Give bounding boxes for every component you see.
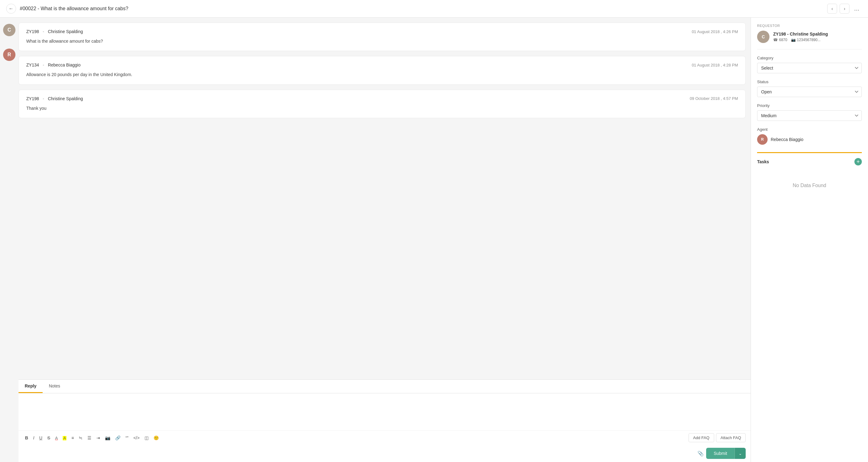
message-author: ZY198 - Christine Spalding (26, 96, 83, 101)
app-container: ← #00022 - What is the allowance amount … (0, 0, 868, 462)
mobile-number: 1234567890... (797, 38, 821, 42)
message-time: 01 August 2018 , 4:28 PM (692, 63, 738, 67)
divider (757, 49, 862, 50)
add-task-button[interactable]: + (855, 158, 862, 166)
highlight-button[interactable]: A (61, 434, 68, 441)
priority-section: Priority Medium (757, 103, 862, 121)
author-id: ZY134 (26, 62, 39, 67)
reply-footer: 📎 Submit ⌄ (19, 445, 751, 462)
message-card: ZY134 - Rebecca Biaggio 01 August 2018 ,… (19, 56, 746, 84)
agent-avatar: R (757, 134, 768, 145)
tasks-section: Tasks + No Data Found (757, 152, 862, 201)
priority-select[interactable]: Medium (757, 110, 862, 121)
submit-button[interactable]: Submit (706, 448, 735, 459)
author-sep: - (43, 29, 44, 34)
tab-notes[interactable]: Notes (43, 380, 66, 393)
message-header: ZY198 - Christine Spalding 09 October 20… (26, 96, 738, 101)
header-nav: ‹ › … (827, 4, 862, 13)
author-id: ZY198 (26, 29, 39, 34)
no-data-message: No Data Found (757, 170, 862, 201)
author-sep: - (43, 62, 44, 67)
status-label: Status (757, 80, 862, 84)
requestor-label: Requestor (757, 24, 862, 28)
requestor-section: Requestor C ZY198 - Christine Spalding ☎… (757, 24, 862, 43)
requestor-contacts: ☎ 6870 📷 1234567890... (773, 38, 828, 42)
strikethrough-button[interactable]: S (46, 434, 52, 441)
avatar-cs-1: C (3, 24, 16, 36)
agent-info: R Rebecca Biaggio (757, 134, 862, 145)
message-body: What is the allowance amount for cabs? (26, 38, 738, 45)
chat-area: ZY198 - Christine Spalding 01 August 201… (19, 18, 751, 462)
message-body: Allowance is 20 pounds per day in the Un… (26, 71, 738, 78)
indent-button[interactable]: ⇥ (95, 434, 102, 441)
category-label: Category (757, 56, 862, 60)
align-button[interactable]: ≡ (70, 434, 75, 441)
submit-group: Submit ⌄ (706, 448, 746, 459)
status-select[interactable]: Open (757, 87, 862, 97)
more-options-button[interactable]: … (852, 4, 862, 13)
message-header: ZY198 - Christine Spalding 01 August 201… (26, 29, 738, 34)
tasks-title: Tasks (757, 159, 769, 164)
tasks-header: Tasks + (757, 158, 862, 166)
phone-item: ☎ 6870 (773, 38, 787, 42)
next-button[interactable]: › (840, 4, 849, 13)
status-section: Status Open (757, 80, 862, 97)
message-card: ZY198 - Christine Spalding 01 August 201… (19, 23, 746, 51)
author-sep: - (43, 96, 44, 101)
avatar-sidebar: C R (0, 18, 19, 462)
author-name: Rebecca Biaggio (48, 62, 81, 67)
agent-label: Agent (757, 127, 862, 132)
agent-name: Rebecca Biaggio (771, 137, 803, 142)
message-body: Thank you (26, 105, 738, 112)
phone-number: 6870 (779, 38, 787, 42)
right-sidebar: Requestor C ZY198 - Christine Spalding ☎… (751, 18, 868, 462)
italic-button[interactable]: I (32, 434, 36, 441)
agent-section: Agent R Rebecca Biaggio (757, 127, 862, 145)
table-button[interactable]: ◫ (143, 434, 150, 441)
back-button[interactable]: ← (6, 4, 16, 13)
phone-icon: ☎ (773, 38, 778, 42)
header: ← #00022 - What is the allowance amount … (0, 0, 868, 18)
mobile-item: 📷 1234567890... (791, 38, 821, 42)
reply-tabs: Reply Notes (19, 380, 751, 393)
code-button[interactable]: </> (132, 434, 141, 441)
message-card: ZY198 - Christine Spalding 09 October 20… (19, 90, 746, 118)
main-content: C R ZY198 - Christine Spalding 01 August… (0, 18, 868, 462)
ordered-list-button[interactable]: ☰ (86, 434, 93, 441)
submit-dropdown-button[interactable]: ⌄ (735, 448, 746, 459)
text-color-button[interactable]: A (54, 434, 59, 441)
message-time: 09 October 2018 , 4:57 PM (690, 96, 738, 101)
message-header: ZY134 - Rebecca Biaggio 01 August 2018 ,… (26, 62, 738, 67)
category-section: Category Select (757, 56, 862, 73)
author-id: ZY198 (26, 96, 39, 101)
prev-button[interactable]: ‹ (827, 4, 837, 13)
quote-button[interactable]: “” (124, 434, 130, 441)
image-button[interactable]: 📷 (103, 434, 112, 441)
reply-section: Reply Notes B I U S A A ≡ ≒ ☰ ⇥ � (19, 379, 751, 462)
tab-reply[interactable]: Reply (19, 380, 43, 393)
author-name: Christine Spalding (48, 96, 83, 101)
list-button[interactable]: ≒ (77, 434, 84, 441)
requestor-avatar: C (757, 31, 770, 43)
messages-container: ZY198 - Christine Spalding 01 August 201… (19, 18, 751, 379)
message-time: 01 August 2018 , 4:26 PM (692, 29, 738, 34)
link-button[interactable]: 🔗 (114, 434, 122, 441)
attach-icon: 📎 (698, 451, 704, 456)
header-title: #00022 - What is the allowance amount fo… (20, 6, 128, 11)
reply-textarea[interactable] (24, 397, 746, 425)
requestor-info: C ZY198 - Christine Spalding ☎ 6870 📷 12… (757, 31, 862, 43)
emoji-button[interactable]: 🙂 (152, 434, 160, 441)
author-name: Christine Spalding (48, 29, 83, 34)
priority-label: Priority (757, 103, 862, 108)
reply-toolbar: B I U S A A ≡ ≒ ☰ ⇥ 📷 🔗 “” </> ◫ 🙂 (19, 430, 751, 445)
reply-editor (19, 393, 751, 430)
underline-button[interactable]: U (38, 434, 44, 441)
mobile-icon: 📷 (791, 38, 796, 42)
bold-button[interactable]: B (24, 434, 30, 441)
message-author: ZY198 - Christine Spalding (26, 29, 83, 34)
category-select[interactable]: Select (757, 63, 862, 73)
avatar-rb: R (3, 49, 16, 61)
attach-faq-button[interactable]: Attach FAQ (716, 433, 746, 442)
add-faq-button[interactable]: Add FAQ (688, 433, 714, 442)
requestor-details: ZY198 - Christine Spalding ☎ 6870 📷 1234… (773, 32, 828, 42)
